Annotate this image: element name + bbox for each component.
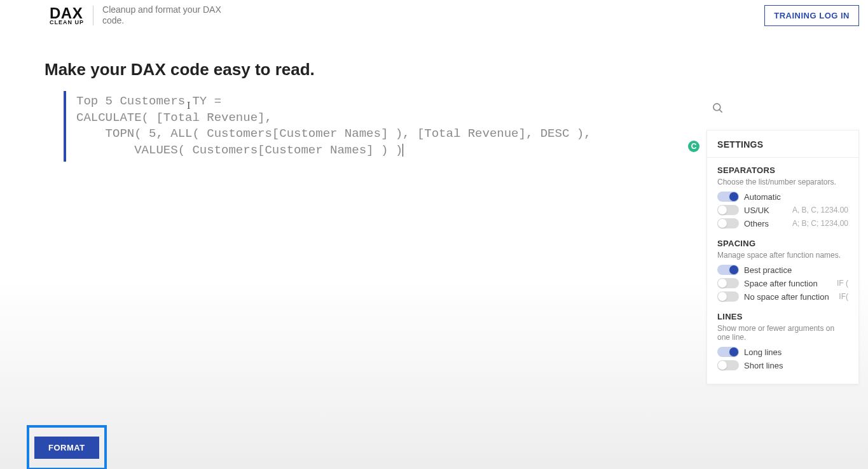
lines-desc: Show more or fewer arguments on one line…	[717, 324, 848, 342]
toggle-short-lines[interactable]	[717, 360, 739, 370]
code-line-1: Top 5 Customers TY =	[76, 94, 649, 110]
lines-title: LINES	[717, 312, 848, 321]
caret-icon	[403, 144, 403, 157]
option-space-after-hint: IF (	[837, 279, 848, 288]
option-long-lines-label: Long lines	[744, 347, 848, 357]
option-no-space-hint: IF(	[839, 292, 848, 301]
toggle-best-practice[interactable]	[717, 265, 739, 275]
format-button-highlight: FORMAT	[27, 425, 107, 469]
code-line-2: CALCULATE( [Total Revenue],	[76, 110, 649, 127]
option-short-lines-label: Short lines	[744, 361, 848, 370]
settings-title: SETTINGS	[707, 130, 858, 158]
option-best-label: Best practice	[744, 265, 848, 275]
option-no-space-label: No space after function	[744, 292, 834, 302]
text-cursor-icon: I	[187, 100, 190, 111]
option-automatic-label: Automatic	[744, 192, 848, 202]
header: DAX CLEAN UP Cleanup and format your DAX…	[0, 0, 868, 31]
tagline: Cleanup and format your DAX code.	[93, 4, 227, 27]
toggle-no-space[interactable]	[717, 291, 739, 302]
page-title: Make your DAX code easy to read.	[45, 60, 868, 80]
toggle-space-after[interactable]	[717, 278, 739, 288]
logo[interactable]: DAX CLEAN UP	[50, 6, 93, 25]
svg-point-0	[713, 104, 720, 111]
format-button[interactable]: FORMAT	[34, 437, 99, 459]
toggle-automatic[interactable]	[717, 192, 739, 202]
svg-line-1	[720, 110, 722, 113]
option-others-hint: A; B; C; 1234,00	[792, 219, 848, 228]
separators-desc: Choose the list/number separators.	[717, 178, 848, 186]
logo-sub: CLEAN UP	[50, 20, 84, 25]
option-usuk-hint: A, B, C, 1234.00	[792, 206, 848, 214]
option-space-after-label: Space after function	[744, 279, 832, 288]
spacing-desc: Manage space after function names.	[717, 251, 848, 260]
status-ok-icon: C	[688, 141, 699, 152]
option-others-label: Others	[744, 219, 787, 228]
code-editor[interactable]: I Top 5 Customers TY = CALCULATE( [Total…	[64, 91, 649, 162]
spacing-title: SPACING	[717, 239, 848, 248]
logo-main: DAX	[50, 6, 84, 21]
settings-panel: SETTINGS SEPARATORS Choose the list/numb…	[706, 130, 859, 384]
separators-title: SEPARATORS	[717, 165, 848, 175]
toggle-usuk[interactable]	[717, 205, 739, 215]
search-icon[interactable]	[712, 102, 724, 117]
code-line-3: TOPN( 5, ALL( Customers[Customer Names] …	[76, 126, 649, 143]
code-line-4: VALUES( Customers[Customer Names] ) )	[76, 143, 649, 159]
toggle-others[interactable]	[717, 218, 739, 228]
option-usuk-label: US/UK	[744, 206, 787, 215]
training-login-button[interactable]: TRAINING LOG IN	[764, 5, 859, 26]
toggle-long-lines[interactable]	[717, 347, 739, 357]
